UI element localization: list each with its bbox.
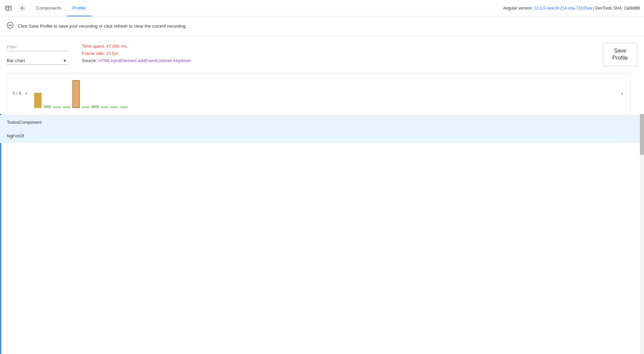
top-bar: Components Profiler Angular version: 12.… bbox=[0, 0, 644, 16]
screenshot-icon[interactable] bbox=[4, 4, 13, 13]
source-stat: Source: HTMLInputElement.addEventListene… bbox=[82, 58, 191, 63]
left-indicator bbox=[0, 114, 1, 354]
source-value: HTMLInputElement.addEventListener:keydow… bbox=[97, 58, 191, 63]
stats-section: Time spent: 47.095 ms Frame rate: 15 fps… bbox=[82, 43, 191, 63]
filter-section: Bar chart Flame graph ▼ bbox=[7, 43, 68, 65]
nav-tabs: Components Profiler bbox=[31, 0, 92, 16]
bar-6[interactable] bbox=[82, 106, 89, 108]
controls-row: Bar chart Flame graph ▼ Time spent: 47.0… bbox=[0, 36, 644, 66]
prev-arrow[interactable]: ‹ bbox=[24, 88, 29, 98]
chart-nav-left: 5 / 8 ‹ bbox=[7, 88, 34, 98]
notice-bar: Click Save Profile to save your recordin… bbox=[0, 16, 644, 36]
bar-chart-container: 5 / 8 ‹ › bbox=[7, 73, 630, 114]
top-bar-icons bbox=[4, 4, 27, 13]
next-arrow[interactable]: › bbox=[620, 88, 625, 98]
page-indicator: 5 / 8 bbox=[13, 91, 21, 96]
svg-rect-1 bbox=[6, 6, 9, 10]
svg-point-3 bbox=[21, 7, 23, 9]
version-link[interactable]: 12.0.0-next.8+214.sha-73105aa bbox=[534, 6, 592, 11]
table-row[interactable]: TodosComponent bbox=[0, 116, 640, 129]
version-info: Angular version: 12.0.0-next.8+214.sha-7… bbox=[503, 6, 640, 11]
filter-input[interactable] bbox=[7, 43, 68, 51]
save-profile-button[interactable]: SaveProfile bbox=[603, 43, 637, 66]
bar-8[interactable] bbox=[101, 106, 108, 108]
bar-10[interactable] bbox=[120, 106, 128, 108]
table-row[interactable]: NgForOf bbox=[0, 129, 640, 143]
time-spent-stat: Time spent: 47.095 ms bbox=[82, 44, 191, 49]
scrollbar[interactable] bbox=[640, 114, 644, 354]
main-content: Bar chart Flame graph ▼ Time spent: 47.0… bbox=[0, 36, 644, 354]
chart-outer: 5 / 8 ‹ › bbox=[0, 66, 644, 114]
frame-rate-stat: Frame rate: 15 fps bbox=[82, 51, 191, 56]
bar-7[interactable] bbox=[91, 105, 99, 108]
settings-icon[interactable] bbox=[18, 4, 27, 13]
scrollbar-thumb[interactable] bbox=[640, 114, 644, 155]
component-list: TodosComponent NgForOf bbox=[0, 115, 640, 143]
no-entry-icon bbox=[7, 22, 14, 30]
chart-nav-right: › bbox=[620, 88, 630, 98]
bar-1[interactable] bbox=[34, 93, 42, 108]
tab-components[interactable]: Components bbox=[31, 0, 67, 16]
frame-rate-label: Frame rate: bbox=[82, 51, 105, 56]
bar-5-selected[interactable] bbox=[72, 80, 80, 108]
bar-9[interactable] bbox=[111, 106, 118, 108]
bar-4[interactable] bbox=[63, 106, 70, 108]
component-list-wrapper: TodosComponent NgForOf bbox=[0, 114, 644, 354]
component-name: NgForOf bbox=[7, 133, 24, 138]
tab-profiler[interactable]: Profiler bbox=[67, 0, 92, 16]
chart-bars bbox=[34, 73, 620, 114]
bar-2[interactable] bbox=[44, 105, 51, 108]
frame-rate-value: 15 fps bbox=[105, 51, 118, 56]
time-spent-value: 47.095 ms bbox=[105, 44, 127, 49]
chart-type-select[interactable]: Bar chart Flame graph bbox=[7, 57, 68, 65]
notice-text: Click Save Profile to save your recordin… bbox=[18, 24, 187, 29]
chart-type-wrapper: Bar chart Flame graph ▼ bbox=[7, 57, 68, 65]
source-label: Source: bbox=[82, 58, 97, 63]
component-name: TodosComponent bbox=[7, 120, 42, 125]
bar-3[interactable] bbox=[53, 106, 61, 108]
time-spent-label: Time spent: bbox=[82, 44, 105, 49]
